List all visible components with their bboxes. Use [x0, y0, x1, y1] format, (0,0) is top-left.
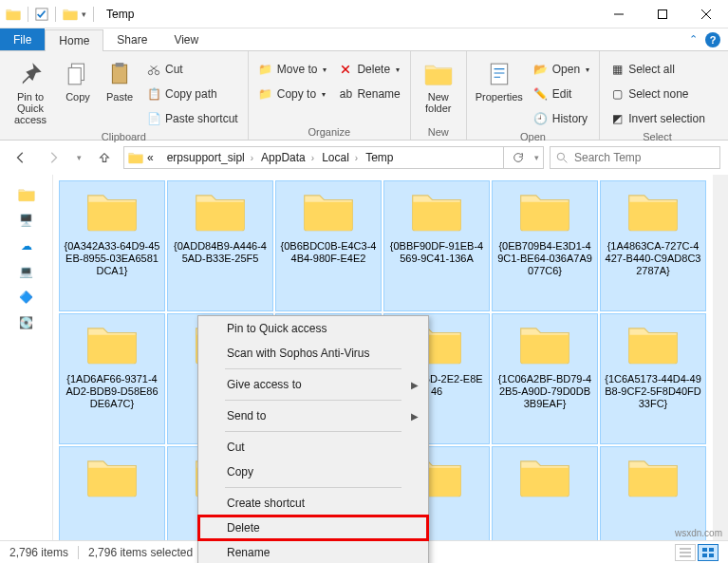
paste-button[interactable]: Paste — [101, 55, 139, 129]
recent-locations-button[interactable]: ▾ — [72, 146, 85, 169]
select-none-button[interactable]: ▢Select none — [606, 84, 709, 104]
icons-view-button[interactable] — [698, 544, 719, 561]
copy-path-button[interactable]: 📋Copy path — [142, 84, 242, 104]
search-box[interactable] — [550, 146, 720, 169]
onedrive-icon[interactable]: ☁ — [11, 235, 42, 257]
folder-name — [649, 504, 657, 508]
ctx-copy[interactable]: Copy — [198, 460, 428, 484]
folder-icon — [626, 455, 680, 498]
breadcrumb-segment[interactable]: Local› — [318, 151, 362, 164]
ctx-delete[interactable]: Delete — [198, 516, 428, 540]
folder-item[interactable]: {1A4863CA-727C-4427-B440-C9AD8C32787A} — [600, 180, 706, 311]
refresh-button[interactable] — [503, 146, 532, 169]
ctx-pin[interactable]: Pin to Quick access — [198, 316, 428, 341]
nav-pane[interactable]: 🖥️ ☁ 💻 🔷 💽 — [0, 175, 53, 540]
rename-button[interactable]: abRename — [334, 84, 403, 104]
folder-icon — [626, 322, 680, 366]
group-label: Open — [473, 129, 593, 142]
history-button[interactable]: 🕘History — [530, 108, 593, 129]
maximize-button[interactable] — [641, 0, 684, 28]
scrollbar[interactable] — [713, 175, 728, 540]
svg-rect-7 — [659, 9, 667, 18]
ribbon-collapse-icon[interactable]: ⌃ — [689, 33, 698, 46]
folder-item[interactable] — [492, 446, 598, 540]
folder-item[interactable] — [600, 446, 706, 540]
folder-name: {0BBF90DF-91EB-4569-9C41-136A — [384, 238, 489, 267]
ctx-rename[interactable]: Rename — [198, 540, 428, 563]
details-view-button[interactable] — [675, 544, 696, 561]
move-to-button[interactable]: 📁Move to▾ — [254, 59, 331, 80]
paste-shortcut-button[interactable]: 📄Paste shortcut — [142, 108, 242, 129]
svg-rect-11 — [709, 548, 714, 552]
edit-button[interactable]: ✏️Edit — [530, 84, 593, 104]
group-label: New — [417, 124, 460, 138]
copy-button[interactable]: Copy — [59, 55, 97, 129]
tab-file[interactable]: File — [0, 28, 45, 50]
folder-item[interactable]: {0EB709B4-E3D1-49C1-BE64-036A7A9077C6} — [492, 180, 598, 311]
breadcrumb-segment[interactable]: « — [143, 151, 163, 164]
ctx-scan[interactable]: Scan with Sophos Anti-Virus — [198, 341, 428, 366]
svg-rect-13 — [709, 554, 714, 557]
folder-item[interactable]: {1C06A2BF-BD79-42B5-A90D-79D0DB3B9EAF} — [492, 313, 598, 444]
folder-item[interactable]: {0ADD84B9-A446-45AD-B33E-25F5 — [167, 180, 273, 311]
folder-name: {1AD6AF66-9371-4AD2-BDB9-D58E86DE6A7C} — [60, 371, 164, 412]
folder-item[interactable]: {1C6A5173-44D4-49B8-9CF2-5F8D40FD33FC} — [600, 313, 706, 444]
ribbon-tabs: File Home Share View ⌃ ? — [0, 28, 728, 51]
context-menu: Pin to Quick access Scan with Sophos Ant… — [197, 315, 429, 563]
title-bar: ▾ Temp — [0, 0, 728, 28]
network-icon[interactable]: 🔷 — [11, 286, 42, 309]
select-all-button[interactable]: ▦Select all — [606, 59, 709, 80]
folder-icon — [85, 455, 139, 498]
ctx-create-shortcut[interactable]: Create shortcut — [198, 491, 428, 516]
folder-name — [541, 504, 549, 508]
ctx-give-access[interactable]: Give access to▶ — [198, 372, 428, 397]
ribbon: Pin to Quickaccess Copy Paste Cut 📋Copy … — [0, 51, 728, 141]
folder-item[interactable]: {0B6BDC0B-E4C3-44B4-980F-E4E2 — [275, 180, 382, 311]
up-button[interactable] — [91, 146, 118, 169]
folder-icon — [626, 189, 680, 233]
pin-to-quick-access-button[interactable]: Pin to Quickaccess — [6, 55, 55, 129]
tab-home[interactable]: Home — [45, 29, 103, 51]
folder-name — [108, 504, 116, 508]
breadcrumb-segment[interactable]: erpsupport_sipl› — [163, 151, 257, 164]
svg-rect-10 — [702, 548, 707, 552]
folder-icon — [518, 189, 571, 233]
window-title: Temp — [106, 8, 134, 21]
folder-item[interactable]: {0A342A33-64D9-45EB-8955-03EA6581DCA1} — [59, 180, 165, 311]
folder-name — [433, 504, 440, 508]
folder-icon — [63, 7, 78, 22]
folder-item[interactable]: {0BBF90DF-91EB-4569-9C41-136A — [383, 180, 490, 311]
folder-item[interactable]: {1AD6AF66-9371-4AD2-BDB9-D58E86DE6A7C} — [59, 313, 165, 444]
minimize-button[interactable] — [597, 0, 641, 28]
delete-button[interactable]: Delete▾ — [334, 59, 403, 80]
back-button[interactable] — [8, 146, 34, 169]
properties-button[interactable]: Properties — [473, 55, 526, 129]
breadcrumb-segment[interactable]: AppData› — [257, 151, 318, 164]
qat-checkbox-icon[interactable] — [35, 8, 48, 21]
folder-icon — [128, 150, 143, 165]
cut-button[interactable]: Cut — [142, 59, 242, 80]
group-label: Select — [606, 129, 709, 142]
folder-item[interactable] — [59, 446, 165, 540]
copy-to-button[interactable]: 📁Copy to▾ — [254, 84, 331, 104]
tab-share[interactable]: Share — [103, 28, 160, 50]
invert-selection-button[interactable]: ◩Invert selection — [606, 108, 709, 129]
ctx-send-to[interactable]: Send to▶ — [198, 403, 428, 428]
tab-view[interactable]: View — [160, 28, 212, 50]
search-input[interactable] — [574, 151, 719, 164]
help-icon[interactable]: ? — [705, 32, 720, 47]
drive-icon[interactable]: 💽 — [11, 311, 42, 334]
selected-count: 2,796 items selected — [88, 546, 193, 559]
desktop-icon[interactable]: 🖥️ — [11, 209, 42, 232]
breadcrumb-segment[interactable]: Temp — [362, 151, 397, 164]
quick-access-icon[interactable] — [11, 183, 42, 206]
forward-button[interactable] — [40, 146, 66, 169]
this-pc-icon[interactable]: 💻 — [11, 260, 42, 283]
close-button[interactable] — [684, 0, 728, 28]
ctx-cut[interactable]: Cut — [198, 435, 428, 460]
address-bar[interactable]: « erpsupport_sipl› AppData› Local› Temp … — [123, 146, 544, 169]
folder-icon — [194, 189, 247, 233]
open-button[interactable]: 📂Open▾ — [530, 59, 593, 80]
new-folder-button[interactable]: Newfolder — [417, 55, 460, 114]
item-count: 2,796 items — [9, 546, 68, 559]
